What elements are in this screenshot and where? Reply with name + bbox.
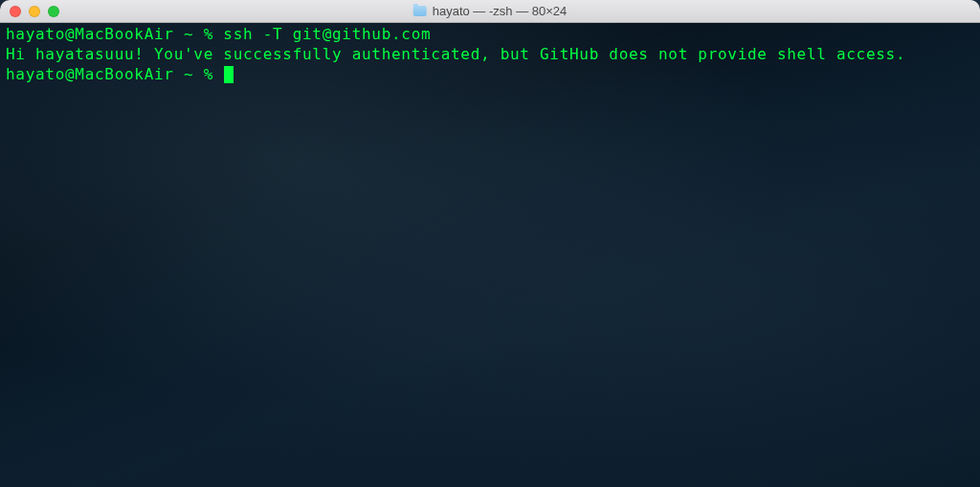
traffic-lights bbox=[10, 6, 59, 17]
terminal-line: hayato@MacBookAir ~ % bbox=[6, 65, 974, 85]
terminal-line: hayato@MacBookAir ~ % ssh -T git@github.… bbox=[6, 25, 974, 45]
minimize-icon[interactable] bbox=[29, 6, 40, 17]
shell-prompt: hayato@MacBookAir ~ % bbox=[6, 25, 223, 43]
terminal-window: hayato — -zsh — 80×24 hayato@MacBookAir … bbox=[0, 0, 980, 487]
shell-command: ssh -T git@github.com bbox=[223, 25, 431, 43]
title-bar[interactable]: hayato — -zsh — 80×24 bbox=[0, 0, 980, 23]
terminal-output: Hi hayatasuuu! You've successfully authe… bbox=[6, 45, 974, 65]
window-title-group: hayato — -zsh — 80×24 bbox=[413, 4, 568, 18]
terminal-body[interactable]: hayato@MacBookAir ~ % ssh -T git@github.… bbox=[0, 23, 980, 487]
shell-prompt: hayato@MacBookAir ~ % bbox=[6, 65, 223, 83]
cursor-icon bbox=[224, 66, 234, 83]
folder-icon bbox=[413, 6, 427, 16]
close-icon[interactable] bbox=[10, 6, 21, 17]
window-title: hayato — -zsh — 80×24 bbox=[433, 4, 568, 18]
zoom-icon[interactable] bbox=[48, 6, 59, 17]
